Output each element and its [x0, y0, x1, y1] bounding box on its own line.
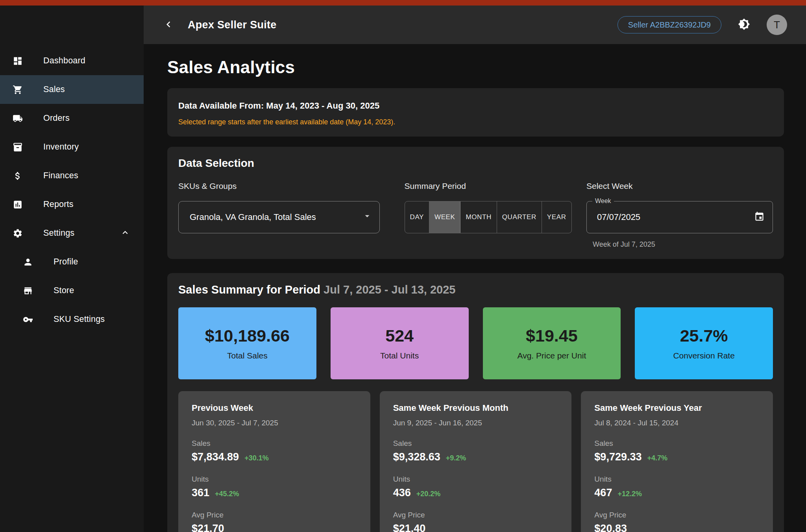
metric-value: 467: [594, 487, 612, 499]
metric-value: $21.40: [393, 523, 426, 532]
avg-price-metric: Avg Price $21.70: [192, 511, 357, 532]
stat-value: $10,189.66: [205, 326, 290, 345]
period-field-label: Summary Period: [405, 181, 562, 191]
brightness-icon: [738, 18, 750, 31]
app-title: Apex Seller Suite: [188, 19, 277, 31]
app-header: Apex Seller Suite Seller A2BBZ26392JD9 T: [144, 6, 806, 44]
browser-accent-stripe: [0, 0, 806, 6]
metric-label: Units: [393, 475, 558, 484]
data-selection-fields: SKUs & Groups Granola, VA Granola, Total…: [178, 181, 773, 249]
stat-total-sales: $10,189.66 Total Sales: [178, 307, 316, 379]
metric-value: $21.70: [192, 523, 224, 532]
sales-summary-date-range: Jul 7, 2025 - Jul 13, 2025: [324, 283, 455, 296]
shopping-cart-icon: [13, 85, 23, 95]
stat-label: Avg. Price per Unit: [518, 351, 586, 360]
sidebar-item-profile[interactable]: Profile: [0, 248, 144, 276]
metric-label: Units: [594, 475, 760, 484]
availability-warning-text: Selected range starts after the earliest…: [178, 118, 773, 126]
metric-value: $9,729.33: [594, 451, 641, 463]
stats-row: $10,189.66 Total Sales 524 Total Units $…: [178, 307, 773, 379]
availability-range-text: Data Available From: May 14, 2023 - Aug …: [178, 101, 773, 111]
comparison-title: Same Week Previous Month: [393, 403, 558, 413]
sidebar-item-orders[interactable]: Orders: [0, 104, 144, 133]
metric-delta: +20.2%: [416, 490, 441, 498]
units-metric: Units 436 +20.2%: [393, 475, 558, 499]
gear-icon: [13, 228, 23, 238]
sidebar-item-label: Inventory: [43, 142, 79, 152]
sku-select[interactable]: Granola, VA Granola, Total Sales: [178, 201, 380, 233]
app-shell: Dashboard Sales Orders Inventory Finance…: [0, 6, 806, 532]
sku-field-group: SKUs & Groups Granola, VA Granola, Total…: [178, 181, 380, 249]
week-field-floating-label: Week: [592, 198, 614, 205]
sidebar-item-settings[interactable]: Settings: [0, 219, 144, 248]
comparison-date-range: Jul 8, 2024 - Jul 15, 2024: [594, 419, 760, 427]
comparison-date-range: Jun 30, 2025 - Jul 7, 2025: [192, 419, 357, 427]
metric-delta: +45.2%: [215, 490, 239, 498]
metric-delta: +12.2%: [617, 490, 642, 498]
metric-value: $7,834.89: [192, 451, 239, 463]
period-button-day[interactable]: DAY: [405, 201, 430, 233]
week-date-input[interactable]: [597, 212, 754, 222]
metric-delta: +9.2%: [446, 454, 466, 462]
week-field-group: Select Week Week Week of Jul 7, 2025: [586, 181, 773, 249]
inventory-box-icon: [13, 142, 23, 152]
metric-value: $9,328.63: [393, 451, 440, 463]
metric-value: $20.83: [594, 523, 627, 532]
sidebar-item-finances[interactable]: Finances: [0, 161, 144, 190]
stat-avg-price: $19.45 Avg. Price per Unit: [483, 307, 621, 379]
avg-price-metric: Avg Price $21.40: [393, 511, 558, 532]
sidebar-item-dashboard[interactable]: Dashboard: [0, 46, 144, 75]
period-button-week[interactable]: WEEK: [429, 201, 460, 233]
metric-value: 436: [393, 487, 411, 499]
metric-label: Avg Price: [192, 511, 357, 519]
bar-chart-icon: [13, 200, 23, 210]
avatar[interactable]: T: [767, 15, 787, 35]
metric-label: Sales: [393, 439, 558, 448]
period-button-year[interactable]: YEAR: [542, 201, 571, 233]
period-button-month[interactable]: MONTH: [460, 201, 497, 233]
week-field-group-label: Select Week: [586, 181, 773, 191]
sidebar-item-label: Finances: [43, 171, 78, 181]
stat-label: Total Units: [380, 351, 419, 360]
sidebar-item-label: Settings: [43, 228, 74, 238]
truck-icon: [13, 113, 23, 124]
theme-toggle-button[interactable]: [738, 18, 750, 31]
stat-label: Total Sales: [227, 351, 268, 360]
chevron-left-icon: [163, 18, 174, 31]
storefront-icon: [23, 286, 33, 296]
dollar-icon: [13, 171, 23, 181]
sku-field-label: SKUs & Groups: [178, 181, 380, 191]
units-metric: Units 467 +12.2%: [594, 475, 760, 499]
sales-summary-card: Sales Summary for Period Jul 7, 2025 - J…: [167, 273, 784, 532]
dashboard-icon: [13, 56, 23, 66]
person-icon: [23, 257, 33, 267]
sales-metric: Sales $7,834.89 +30.1%: [192, 439, 357, 463]
period-field-group: Summary Period DAY WEEK MONTH QUARTER YE…: [405, 181, 562, 249]
sales-summary-heading: Sales Summary for Period Jul 7, 2025 - J…: [178, 283, 773, 296]
metric-label: Sales: [594, 439, 760, 448]
data-availability-card: Data Available From: May 14, 2023 - Aug …: [167, 88, 784, 137]
stat-value: $19.45: [526, 326, 578, 345]
sidebar-item-reports[interactable]: Reports: [0, 190, 144, 219]
sidebar-item-inventory[interactable]: Inventory: [0, 133, 144, 161]
stat-label: Conversion Rate: [673, 351, 734, 360]
metric-label: Sales: [192, 439, 357, 448]
calendar-picker-button[interactable]: [754, 211, 765, 223]
period-button-quarter[interactable]: QUARTER: [497, 201, 542, 233]
seller-id-badge[interactable]: Seller A2BBZ26392JD9: [617, 16, 721, 33]
sidebar-item-sku-settings[interactable]: SKU Settings: [0, 305, 144, 334]
comparison-cards-row: Previous Week Jun 30, 2025 - Jul 7, 2025…: [178, 391, 773, 532]
sidebar-item-sales[interactable]: Sales: [0, 75, 144, 104]
stat-conversion-rate: 25.7% Conversion Rate: [635, 307, 773, 379]
metric-value: 361: [192, 487, 209, 499]
dropdown-arrow-icon: [362, 211, 372, 224]
sidebar-item-store[interactable]: Store: [0, 276, 144, 305]
sidebar: Dashboard Sales Orders Inventory Finance…: [0, 6, 144, 532]
page-title: Sales Analytics: [167, 57, 784, 77]
sidebar-item-label: Orders: [43, 113, 70, 123]
comparison-card-previous-month: Same Week Previous Month Jun 9, 2025 - J…: [380, 391, 572, 532]
stat-total-units: 524 Total Units: [331, 307, 469, 379]
comparison-card-previous-year: Same Week Previous Year Jul 8, 2024 - Ju…: [581, 391, 773, 532]
metric-delta: +4.7%: [647, 454, 667, 462]
back-button[interactable]: [162, 18, 175, 31]
